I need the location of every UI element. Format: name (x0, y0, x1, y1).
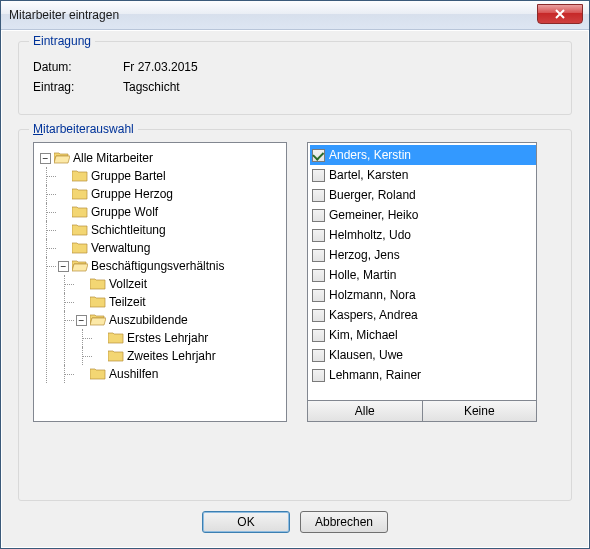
tree-expander-icon[interactable]: − (40, 153, 51, 164)
folder-closed-icon (90, 295, 106, 308)
list-item[interactable]: Anders, Kerstin (310, 145, 536, 165)
folder-closed-icon (72, 205, 88, 218)
list-item-label: Helmholtz, Udo (329, 226, 411, 244)
row-date: Datum: Fr 27.03.2015 (33, 60, 557, 74)
folder-open-icon (90, 313, 106, 326)
dialog-button-row: OK Abbrechen (18, 501, 572, 535)
tree-item-employment[interactable]: Beschäftigungsverhältnis (91, 259, 224, 273)
checkbox[interactable] (312, 289, 325, 302)
checkbox[interactable] (312, 189, 325, 202)
folder-closed-icon (90, 367, 106, 380)
folder-closed-icon (90, 277, 106, 290)
list-item[interactable]: Buerger, Roland (310, 185, 536, 205)
folder-closed-icon (108, 349, 124, 362)
checkbox[interactable] (312, 229, 325, 242)
checkbox[interactable] (312, 149, 325, 162)
tree-item[interactable]: Zweites Lehrjahr (127, 349, 216, 363)
tree-item[interactable]: Schichtleitung (91, 223, 166, 237)
list-item-label: Buerger, Roland (329, 186, 416, 204)
tree-item[interactable]: Gruppe Wolf (91, 205, 158, 219)
employee-list[interactable]: Anders, KerstinBartel, KarstenBuerger, R… (308, 143, 536, 400)
cancel-button[interactable]: Abbrechen (300, 511, 388, 533)
checkbox[interactable] (312, 249, 325, 262)
folder-closed-icon (72, 223, 88, 236)
list-item[interactable]: Kaspers, Andrea (310, 305, 536, 325)
value-entry: Tagschicht (123, 80, 180, 94)
window-title: Mitarbeiter eintragen (1, 8, 537, 22)
select-all-button[interactable]: Alle (308, 401, 423, 421)
list-item[interactable]: Bartel, Karsten (310, 165, 536, 185)
tree-item[interactable]: Teilzeit (109, 295, 146, 309)
row-entry: Eintrag: Tagschicht (33, 80, 557, 94)
list-item[interactable]: Lehmann, Rainer (310, 365, 536, 385)
list-item[interactable]: Holzmann, Nora (310, 285, 536, 305)
list-item-label: Holle, Martin (329, 266, 396, 284)
tree-expander-icon[interactable]: − (76, 315, 87, 326)
checkbox[interactable] (312, 349, 325, 362)
list-item-label: Holzmann, Nora (329, 286, 416, 304)
group-registration: Eintragung Datum: Fr 27.03.2015 Eintrag:… (18, 41, 572, 115)
checkbox[interactable] (312, 209, 325, 222)
label-date: Datum: (33, 60, 123, 74)
checkbox[interactable] (312, 309, 325, 322)
close-button[interactable] (537, 4, 583, 24)
list-item-label: Kim, Michael (329, 326, 398, 344)
folder-open-icon (72, 259, 88, 272)
folder-closed-icon (72, 169, 88, 182)
list-item[interactable]: Herzog, Jens (310, 245, 536, 265)
titlebar[interactable]: Mitarbeiter eintragen (1, 1, 589, 30)
group-registration-title: Eintragung (29, 34, 95, 48)
folder-closed-icon (72, 241, 88, 254)
folder-open-icon (54, 151, 70, 164)
tree-item[interactable]: Verwaltung (91, 241, 150, 255)
list-item[interactable]: Kim, Michael (310, 325, 536, 345)
folder-closed-icon (108, 331, 124, 344)
list-item-label: Herzog, Jens (329, 246, 400, 264)
dialog-body: Eintragung Datum: Fr 27.03.2015 Eintrag:… (1, 30, 589, 548)
list-item[interactable]: Holle, Martin (310, 265, 536, 285)
folder-closed-icon (72, 187, 88, 200)
select-none-button[interactable]: Keine (423, 401, 537, 421)
list-item-label: Bartel, Karsten (329, 166, 408, 184)
list-item-label: Lehmann, Rainer (329, 366, 421, 384)
ok-button[interactable]: OK (202, 511, 290, 533)
label-entry: Eintrag: (33, 80, 123, 94)
list-item[interactable]: Klausen, Uwe (310, 345, 536, 365)
list-item-label: Kaspers, Andrea (329, 306, 418, 324)
tree-item[interactable]: Aushilfen (109, 367, 158, 381)
dialog-window: Mitarbeiter eintragen Eintragung Datum: … (0, 0, 590, 549)
value-date: Fr 27.03.2015 (123, 60, 198, 74)
list-item[interactable]: Gemeiner, Heiko (310, 205, 536, 225)
group-selection: Mitarbeiterauswahl −Alle MitarbeiterGrup… (18, 129, 572, 501)
tree-item[interactable]: Gruppe Bartel (91, 169, 166, 183)
tree-item[interactable]: Erstes Lehrjahr (127, 331, 208, 345)
tree-root-label[interactable]: Alle Mitarbeiter (73, 151, 153, 165)
list-item-label: Anders, Kerstin (329, 146, 411, 164)
tree-item-trainees[interactable]: Auszubildende (109, 313, 188, 327)
tree-item[interactable]: Gruppe Herzog (91, 187, 173, 201)
tree-item[interactable]: Vollzeit (109, 277, 147, 291)
list-item-label: Klausen, Uwe (329, 346, 403, 364)
tree-expander-icon[interactable]: − (58, 261, 69, 272)
list-item[interactable]: Helmholtz, Udo (310, 225, 536, 245)
checkbox[interactable] (312, 169, 325, 182)
list-item-label: Gemeiner, Heiko (329, 206, 418, 224)
checkbox[interactable] (312, 269, 325, 282)
group-selection-title: Mitarbeiterauswahl (29, 122, 138, 136)
employee-tree[interactable]: −Alle MitarbeiterGruppe BartelGruppe Her… (33, 142, 287, 422)
checkbox[interactable] (312, 329, 325, 342)
close-icon (554, 9, 566, 19)
employee-list-panel: Anders, KerstinBartel, KarstenBuerger, R… (307, 142, 537, 422)
checkbox[interactable] (312, 369, 325, 382)
